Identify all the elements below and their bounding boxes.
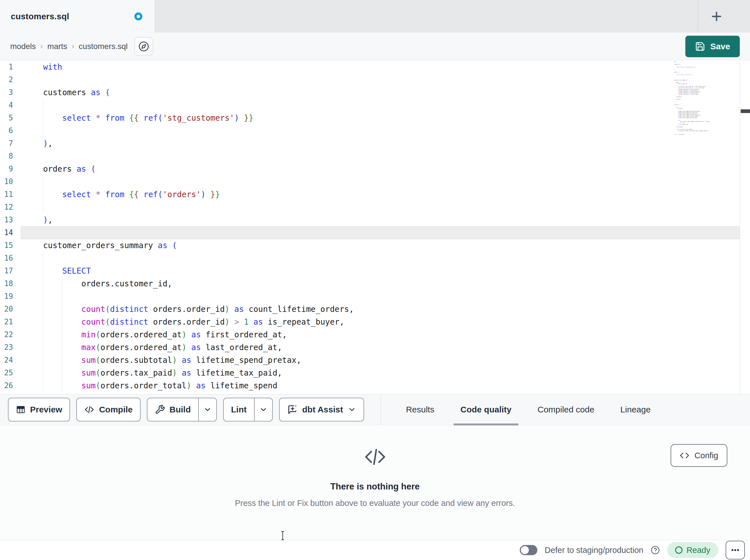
- line-number[interactable]: 14: [0, 226, 20, 239]
- code-line[interactable]: 17 SELECT: [0, 265, 740, 277]
- code-line[interactable]: 24 sum(orders.subtotal) as lifetime_spen…: [0, 354, 740, 367]
- line-number[interactable]: 15: [0, 239, 20, 252]
- breadcrumb-item-models[interactable]: models: [10, 42, 36, 51]
- code-line[interactable]: 25 sum(orders.tax_paid) as lifetime_tax_…: [0, 367, 740, 379]
- line-number[interactable]: 25: [0, 367, 20, 379]
- save-button[interactable]: Save: [685, 36, 740, 57]
- line-number[interactable]: 10: [0, 175, 20, 188]
- code-line[interactable]: 23 max(orders.ordered_at) as last_ordere…: [0, 341, 740, 354]
- line-number[interactable]: 9: [0, 163, 20, 175]
- line-number[interactable]: 12: [0, 201, 20, 213]
- line-number[interactable]: 22: [0, 328, 20, 341]
- line-number[interactable]: 1: [0, 61, 20, 74]
- line-number[interactable]: 17: [0, 265, 20, 277]
- defer-toggle[interactable]: [520, 545, 537, 555]
- code-line-content: customer_orders_summary as (: [20, 239, 740, 252]
- code-line[interactable]: 11 select * from {{ ref('orders') }}: [0, 188, 740, 201]
- code-line[interactable]: 12: [0, 201, 740, 213]
- line-number[interactable]: 2: [0, 74, 20, 86]
- code-line[interactable]: 2: [0, 74, 740, 86]
- line-number[interactable]: 8: [0, 150, 20, 163]
- code-line[interactable]: 15customer_orders_summary as (: [0, 239, 740, 252]
- breadcrumb-separator: ›: [72, 42, 74, 51]
- code-line[interactable]: 14: [0, 226, 740, 239]
- line-number[interactable]: 19: [0, 290, 20, 303]
- code-line[interactable]: 6: [0, 124, 740, 137]
- code-lines[interactable]: 1with23customers as (45 select * from {{…: [0, 61, 740, 394]
- code-line[interactable]: 16: [0, 252, 740, 265]
- code-line[interactable]: 26 sum(orders.order_total) as lifetime_s…: [0, 379, 740, 392]
- breadcrumb-separator: ›: [40, 42, 43, 51]
- help-circle-icon[interactable]: [651, 545, 660, 555]
- code-line[interactable]: 18 orders.customer_id,: [0, 277, 740, 290]
- indent-guide: [43, 315, 43, 328]
- line-number[interactable]: 26: [0, 379, 20, 392]
- code-line[interactable]: 8: [0, 150, 740, 163]
- code-line-content: select * from {{ ref('stg_customers') }}: [20, 111, 740, 124]
- line-number[interactable]: 23: [0, 341, 20, 354]
- preview-button[interactable]: Preview: [8, 398, 70, 421]
- build-button[interactable]: Build: [147, 398, 217, 421]
- code-line[interactable]: 3customers as (: [0, 86, 740, 99]
- tab-code-quality[interactable]: Code quality: [448, 394, 525, 425]
- code-line-content: [20, 201, 740, 213]
- tab-customers-sql[interactable]: customers.sql: [0, 0, 155, 33]
- tab-compiled-code[interactable]: Compiled code: [525, 394, 607, 425]
- panel-drag-handle[interactable]: [741, 109, 750, 113]
- build-button-main[interactable]: Build: [147, 398, 198, 421]
- code-line[interactable]: 20 count(distinct orders.order_id) as co…: [0, 303, 740, 315]
- line-number[interactable]: 16: [0, 252, 20, 265]
- config-button[interactable]: Config: [671, 444, 727, 467]
- preview-button-main[interactable]: Preview: [8, 398, 70, 421]
- compass-icon: [138, 41, 149, 52]
- new-tab-button[interactable]: [709, 8, 725, 24]
- code-line[interactable]: 1with: [0, 61, 740, 74]
- minimap[interactable]: with customers as ( select * from {{ ref…: [674, 61, 738, 394]
- line-number[interactable]: 6: [0, 124, 20, 137]
- indent-guide: [43, 367, 43, 379]
- code-editor[interactable]: 1with23customers as (45 select * from {{…: [0, 61, 750, 394]
- lint-dropdown-toggle[interactable]: [254, 398, 272, 421]
- status-badge[interactable]: Ready: [667, 542, 718, 558]
- code-line[interactable]: 10: [0, 175, 740, 188]
- lint-button[interactable]: Lint: [223, 398, 273, 421]
- code-line[interactable]: 13),: [0, 213, 740, 226]
- node-explorer-button[interactable]: [134, 37, 153, 56]
- line-number[interactable]: 4: [0, 99, 20, 111]
- breadcrumb-item-marts[interactable]: marts: [47, 42, 67, 51]
- code-line[interactable]: 21 count(distinct orders.order_id) > 1 a…: [0, 315, 740, 328]
- breadcrumb-item-customers-sql[interactable]: customers.sql: [79, 42, 128, 51]
- line-number[interactable]: 18: [0, 277, 20, 290]
- editor-toolbar: PreviewCompileBuildLintdbt Assist Result…: [0, 394, 750, 425]
- line-number[interactable]: 13: [0, 213, 20, 226]
- code-line[interactable]: 7),: [0, 137, 740, 150]
- tab-lineage[interactable]: Lineage: [607, 394, 664, 425]
- build-button-label: Build: [170, 405, 191, 414]
- line-number[interactable]: 24: [0, 354, 20, 367]
- build-dropdown-toggle[interactable]: [198, 398, 216, 421]
- line-number[interactable]: 3: [0, 86, 20, 99]
- line-number[interactable]: 11: [0, 188, 20, 201]
- chevron-down-icon: [203, 405, 212, 414]
- lint-button-main[interactable]: Lint: [224, 398, 254, 421]
- dbt-assist-button[interactable]: dbt Assist: [279, 398, 364, 421]
- code-line-content: sum(orders.subtotal) as lifetime_spend_p…: [20, 354, 740, 367]
- line-number[interactable]: 7: [0, 137, 20, 150]
- more-options-button[interactable]: [726, 541, 745, 559]
- line-number[interactable]: 21: [0, 315, 20, 328]
- compile-button[interactable]: Compile: [76, 398, 140, 421]
- dbt-assist-button-main[interactable]: dbt Assist: [280, 398, 363, 421]
- code-line-content: count(distinct orders.order_id) > 1 as i…: [20, 315, 740, 328]
- code-line-content: max(orders.ordered_at) as last_ordered_a…: [20, 341, 740, 354]
- code-slash-icon: [84, 405, 94, 415]
- compile-button-main[interactable]: Compile: [77, 398, 140, 421]
- code-line[interactable]: 19: [0, 290, 740, 303]
- code-line[interactable]: 9orders as (: [0, 163, 740, 175]
- code-line[interactable]: 4: [0, 99, 740, 111]
- line-number[interactable]: 5: [0, 111, 20, 124]
- code-line[interactable]: 22 min(orders.ordered_at) as first_order…: [0, 328, 740, 341]
- indent-guide: [62, 328, 62, 341]
- code-line[interactable]: 5 select * from {{ ref('stg_customers') …: [0, 111, 740, 124]
- tab-results[interactable]: Results: [393, 394, 448, 425]
- line-number[interactable]: 20: [0, 303, 20, 315]
